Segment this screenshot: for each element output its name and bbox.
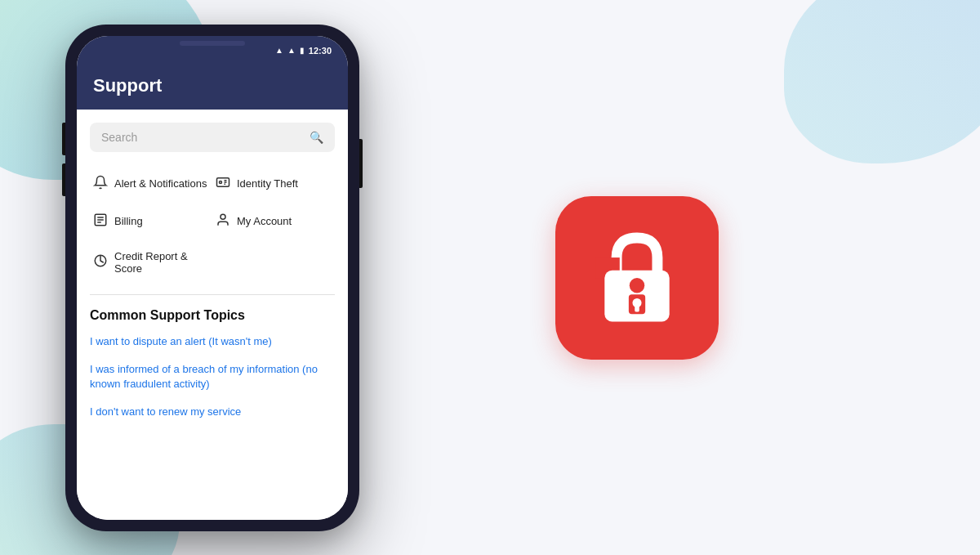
app-icon-container: [359, 196, 915, 360]
bell-icon: [93, 175, 108, 193]
svg-point-3: [220, 214, 225, 219]
search-icon: 🔍: [310, 131, 323, 144]
category-label-alerts: Alert & Notifications: [114, 177, 207, 190]
category-grid: Alert & Notifications Identity Theft: [77, 162, 348, 288]
volume-up-button: [62, 123, 65, 155]
volume-down-button: [62, 163, 65, 196]
status-icons: ▲ ▲ ▮ 12:30: [275, 46, 332, 56]
id-card-icon: [216, 175, 230, 193]
notch: [180, 41, 245, 46]
app-content[interactable]: Search 🔍 Alert & Notifications: [77, 110, 348, 520]
billing-icon: [93, 213, 108, 231]
category-item-credit[interactable]: Credit Report & Score: [90, 240, 212, 284]
app-icon: [555, 196, 719, 360]
category-item-identity[interactable]: Identity Theft: [212, 165, 335, 203]
support-section: Common Support Topics I want to dispute …: [77, 302, 348, 440]
support-link-renew[interactable]: I don't want to renew my service: [90, 405, 335, 419]
app-header: Support: [77, 65, 348, 110]
status-time: 12:30: [309, 46, 332, 56]
svg-rect-10: [635, 304, 639, 311]
account-icon: [216, 213, 230, 231]
main-container: ▲ ▲ ▮ 12:30 Support Search 🔍: [0, 0, 980, 555]
category-item-account[interactable]: My Account: [212, 203, 335, 240]
credit-icon: [93, 253, 108, 271]
phone-screen: ▲ ▲ ▮ 12:30 Support Search 🔍: [77, 36, 348, 520]
phone-mockup: ▲ ▲ ▮ 12:30 Support Search 🔍: [65, 25, 359, 531]
category-label-identity: Identity Theft: [237, 177, 298, 190]
category-label-credit: Credit Report & Score: [114, 250, 209, 275]
svg-point-1: [220, 181, 222, 183]
category-item-alerts[interactable]: Alert & Notifications: [90, 165, 212, 203]
section-divider: [90, 294, 335, 295]
support-link-dispute[interactable]: I want to dispute an alert (It wasn't me…: [90, 334, 335, 349]
support-section-title: Common Support Topics: [90, 308, 335, 323]
battery-icon: ▮: [300, 46, 305, 55]
power-button: [359, 139, 363, 188]
status-bar: ▲ ▲ ▮ 12:30: [77, 36, 348, 65]
svg-point-7: [630, 278, 644, 293]
category-label-billing: Billing: [114, 215, 143, 227]
signal-icon: ▲: [287, 46, 296, 55]
lock-svg: [592, 229, 682, 327]
app-title: Support: [93, 75, 332, 96]
category-item-billing[interactable]: Billing: [90, 203, 212, 240]
wifi-icon: ▲: [275, 46, 283, 55]
category-label-account: My Account: [237, 215, 292, 227]
search-placeholder: Search: [101, 131, 303, 144]
support-link-breach[interactable]: I was informed of a breach of my informa…: [90, 362, 335, 392]
search-bar[interactable]: Search 🔍: [90, 123, 335, 152]
